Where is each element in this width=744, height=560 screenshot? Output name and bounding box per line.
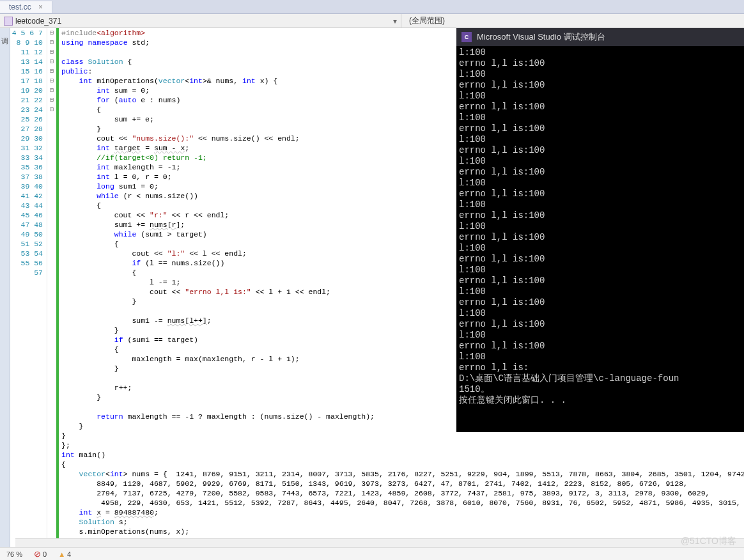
- horizontal-scrollbar[interactable]: [15, 538, 744, 547]
- zoom-level[interactable]: 76 %: [6, 550, 22, 558]
- scope-selector-left[interactable]: leetcode_371 ▾: [0, 14, 401, 27]
- line-number-gutter: 4 5 6 7 8 9 10 11 12 13 14 15 16 17 18 1…: [10, 28, 47, 547]
- close-icon[interactable]: ×: [38, 3, 43, 12]
- debug-console-window[interactable]: C Microsoft Visual Studio 调试控制台 l:100 er…: [456, 28, 744, 432]
- nav-bar: leetcode_371 ▾ (全局范围): [0, 14, 744, 28]
- fold-column[interactable]: ⊟ ⊟ ⊟ ⊟ ⊟ ⊟ ⊟ ⊟ ⊟: [47, 28, 56, 547]
- error-icon: ⊘: [34, 549, 41, 559]
- chevron-down-icon: ▾: [393, 17, 397, 26]
- error-count[interactable]: ⊘ 0: [34, 549, 47, 559]
- console-titlebar[interactable]: C Microsoft Visual Studio 调试控制台: [456, 28, 744, 46]
- status-bar: 76 % ⊘ 0 ▲ 4: [0, 547, 744, 560]
- scope-global: (全局范围): [409, 15, 445, 26]
- warning-icon: ▲: [58, 550, 65, 558]
- warning-count[interactable]: ▲ 4: [58, 550, 71, 558]
- console-output[interactable]: l:100 errno l,l is:100 l:100 errno l,l i…: [456, 46, 744, 407]
- console-title-text: Microsoft Visual Studio 调试控制台: [477, 31, 605, 43]
- scope-selector-right[interactable]: (全局范围): [401, 14, 744, 27]
- side-channel[interactable]: 调: [0, 28, 10, 547]
- file-tab[interactable]: test.cc ×: [0, 1, 52, 13]
- tab-title: test.cc: [9, 3, 31, 12]
- scope-text: leetcode_371: [15, 17, 61, 26]
- class-icon: [4, 17, 13, 26]
- vs-icon: C: [461, 32, 472, 42]
- tab-bar: test.cc ×: [0, 0, 744, 14]
- watermark: @51CTO博客: [681, 536, 736, 547]
